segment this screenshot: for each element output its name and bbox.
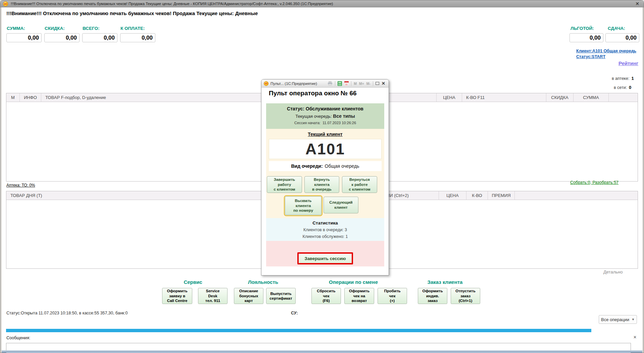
to-pay-field[interactable]: 0,00 [120,33,155,42]
stats-in-queue: Клиентов в очереди: 3 [266,228,384,232]
collect-disassemble-link[interactable]: Собрать:0, Разобрать:57 [570,180,618,185]
chevron-down-icon: ▼ [632,318,635,321]
messages-divider-bar [6,329,591,332]
bonus-cards-button[interactable]: Описание бонусных карт [234,288,263,304]
sum-label: СУММА: [7,26,25,31]
pharmacy-to-link[interactable]: Аптека: ТО: 0% [6,183,35,188]
discount-field[interactable]: 0,00 [44,33,80,42]
all-operations-button[interactable]: Все операции ▼ [599,315,637,324]
details-label: Детально [603,269,623,274]
dialog-titlebar: 1С Пульт... (1С:Предприятие) 31 M M+ M- [261,80,389,88]
col-qty: К-ВО F11 [462,93,546,102]
col-sum: СУММА [574,93,609,102]
to-pay-label: К ОПЛАТЕ: [120,26,145,31]
in-network-label: в сети: [614,85,627,90]
print-icon[interactable] [328,81,333,86]
session-value: 11.07.2023 10:26:26 [323,121,356,125]
dialog-danger-section: Завершить сессию [266,241,384,266]
toolbar-separator [335,81,335,86]
total-label: ВСЕГО: [83,26,99,31]
main-window: 1С !!!Внимание!!! Отключена по умолчанию… [0,0,644,353]
col-m: М [6,93,20,102]
dialog-client-section: Текщий клиент A101 Вид очереди:Общая оче… [266,129,384,218]
finish-client-button[interactable]: Завершить работу с клиентом [267,176,302,193]
messages-label: Сообщения: [6,336,30,340]
resume-client-button[interactable]: Вернуться к работе с клиентом [342,176,377,193]
client-status-link[interactable]: Статус:START [576,54,605,59]
maximize-icon[interactable] [376,82,379,85]
col-price: ЦЕНА [437,93,462,102]
col-day-price: ЦЕНА [439,191,466,200]
change-field[interactable]: 0,00 [605,33,639,42]
dialog-heading: Пульт оператора окно № 66 [269,90,357,97]
dialog-status-box: Статус: Обслуживание клиентов Текущая оч… [266,103,384,129]
col-info: ИНФО [20,93,41,102]
messages-close-icon[interactable]: ✕ [633,335,637,340]
client-number-display: A101 [269,139,382,159]
col-day-filler [515,191,638,200]
group-order-title: Заказ клиента [428,279,463,285]
sum-field[interactable]: 0,00 [6,33,42,42]
issue-certificate-button[interactable]: Выпустить сертификат [266,288,296,304]
memory-button[interactable]: M [354,82,357,86]
return-receipt-button[interactable]: Оформить чек на возврат [344,288,374,304]
toolbar-separator [351,81,351,86]
status-line: Статус: Обслуживание клиентов [266,106,384,111]
window-bottom-edge [2,350,642,353]
return-client-button[interactable]: Вернуть клиента в очередь [304,176,339,193]
operator-dialog: 1С Пульт... (1С:Предприятие) 31 M M+ M- [261,79,389,275]
call-by-number-button[interactable]: Вызвать клиента по номеру [285,196,321,215]
col-discount: СКИДКА [546,93,574,102]
in-pharmacy-label: в аптеке: [612,76,629,81]
col-day-qty: К-ВО [466,191,488,200]
next-client-button[interactable]: Следующий клиент [324,197,358,213]
total-field[interactable]: 0,00 [82,33,117,42]
calendar-icon[interactable]: 31 [344,81,349,86]
session-label: Сессия начата: [294,121,320,125]
discount-label: СКИДКА: [45,26,65,31]
call-centre-button[interactable]: Оформить заявку в Call Centre [162,288,192,304]
memory-plus-button[interactable]: M+ [359,82,364,86]
col-premium: ПРЕМИЯ [488,191,515,200]
queue-kind-value: Общая очередь [325,163,359,169]
dialog-close-icon[interactable]: ✕ [382,81,385,86]
change-label: СДАЧА: [608,26,625,31]
current-client-title: Текщий клиент [266,132,384,137]
window-close-button[interactable]: ✕ [634,1,641,6]
client-queue-link[interactable]: Клиент:A101 Общая очередь [576,49,636,53]
1c-logo-icon: 1С [3,1,8,6]
in-network-value: 0 [629,85,631,90]
in-pharmacy-value: 1 [631,76,634,81]
group-loyalty-title: Лояльность [248,279,278,285]
su-label: СУ: [291,311,298,315]
privilege-field[interactable]: 0,00 [569,33,603,42]
rating-link[interactable]: Рейтинг [618,60,638,66]
service-desk-button[interactable]: Service Desk тел. 911 [198,288,228,304]
stats-title: Статистика [266,220,384,225]
memory-minus-button[interactable]: M- [366,82,370,86]
punch-receipt-button[interactable]: Пробить чек (+) [378,288,407,304]
dialog-title: Пульт... (1С:Предприятие) [270,82,317,86]
queue-label: Текущая очередь: [295,114,332,119]
all-operations-label: Все операции [601,317,629,322]
window-titlebar: 1С !!!Внимание!!! Отключена по умолчанию… [0,0,644,7]
individual-order-button[interactable]: Оформить индив. заказ [418,288,447,304]
toolbar-separator [373,81,373,86]
queue-value: Все типы [333,113,355,119]
svg-text:31: 31 [345,83,348,85]
reset-receipt-button[interactable]: Сбросить чек (F6) [311,288,341,304]
1c-logo-icon: 1С [264,81,268,86]
group-service-title: Сервис [184,279,202,285]
stats-served: Клиентов обслужено: 1 [266,234,384,239]
group-shift-title: Операции по смене [329,279,378,285]
release-order-button[interactable]: Отпустить заказ (Ctrl+1) [451,288,480,304]
privilege-label: ЛЬГОТОЙ: [571,26,594,31]
shift-status-text: Статус:Открыта 11.07.2023 10:18:50, в ка… [6,311,128,315]
dialog-stats-section: Статистика Клиентов в очереди: 3 Клиенто… [266,218,384,241]
queue-kind-label: Вид очереди: [291,163,323,169]
col-filler [609,93,638,102]
window-title: !!!Внимание!!! Отключена по умолчанию пе… [11,2,333,6]
calculator-icon[interactable] [338,81,342,86]
warning-banner: !!!Внимание!!! Отключена по умолчанию пе… [6,10,258,16]
end-session-button[interactable]: Завершить сессию [297,252,353,264]
